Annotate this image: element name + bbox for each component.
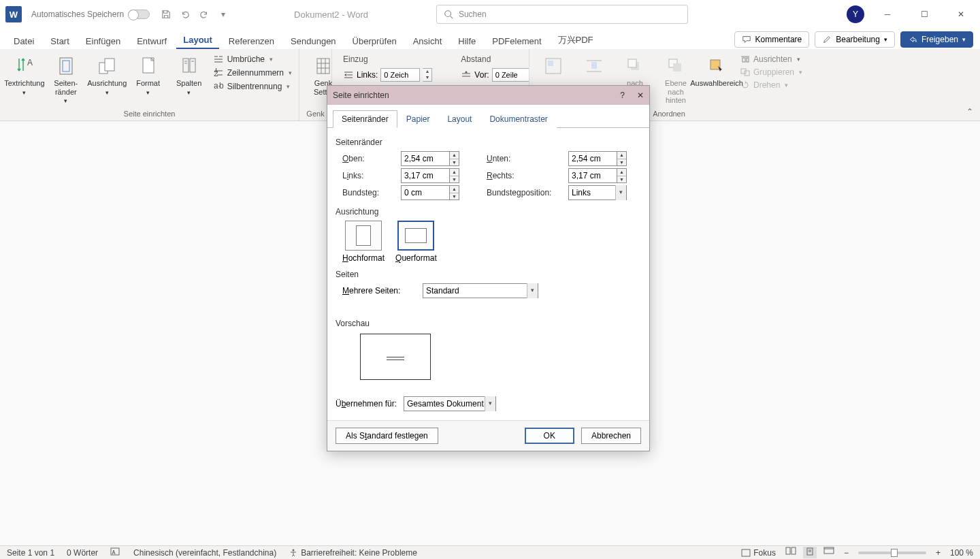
tab-layout[interactable]: Layout [176,32,219,49]
close-icon[interactable]: ✕ [637,91,644,100]
rotate-button[interactable]: Drehen▾ [740,80,802,90]
hyphenation-button[interactable]: a-bcSilbentrennung▾ [213,82,292,91]
zoom-in-button[interactable]: + [936,548,941,558]
margins-button[interactable]: Seiten- ränder▾ [49,53,83,106]
status-words[interactable]: 0 Wörter [67,548,98,558]
zoom-out-button[interactable]: − [844,548,849,558]
close-window-button[interactable]: ✕ [947,5,975,24]
help-icon[interactable]: ? [620,91,625,100]
svg-rect-46 [742,549,750,556]
view-read-icon[interactable] [785,547,796,558]
tab-ueberpruefen[interactable]: Überprüfen [346,33,404,49]
user-avatar[interactable]: Y [847,5,864,23]
text-direction-button[interactable]: ATextrichtung▾ [7,53,42,97]
tab-entwurf[interactable]: Entwurf [130,33,174,49]
maximize-button[interactable]: ☐ [911,5,938,24]
svg-rect-19 [317,59,329,74]
input-bottom[interactable] [568,151,617,166]
label-apply-to: Übernehmen für: [336,399,404,409]
line-numbers-button[interactable]: 12Zeilennummern▾ [213,68,292,78]
selection-pane-button[interactable]: Auswahlbereich [700,53,734,89]
input-left[interactable] [401,168,450,183]
orientation-portrait[interactable]: Hochformat [342,221,385,263]
status-page[interactable]: Seite 1 von 1 [7,548,54,558]
status-accessibility[interactable]: Barrierefreiheit: Keine Probleme [289,548,417,558]
input-top[interactable] [401,151,450,166]
indent-left-spinner[interactable]: ▲▼ [423,68,432,82]
input-gutter[interactable] [401,185,450,200]
select-multi-pages[interactable]: Standard▾ [423,283,538,298]
undo-icon[interactable] [178,7,192,21]
status-language[interactable]: Chinesisch (vereinfacht, Festlandchina) [133,548,276,558]
label-multi-pages: Mehrere Seiten: [342,286,423,296]
svg-rect-30 [548,61,553,66]
tab-sendungen[interactable]: Sendungen [284,33,343,49]
align-button[interactable]: Ausrichten▾ [740,54,802,64]
label-right: Rechts: [487,171,568,180]
tab-pdfelement[interactable]: PDFelement [485,33,548,49]
tab-einfuegen[interactable]: Einfügen [79,33,127,49]
tab-hilfe[interactable]: Hilfe [451,33,483,49]
set-default-button[interactable]: Als Standard festlegen [336,428,438,444]
search-placeholder: Suchen [459,10,487,19]
indent-left-input[interactable] [380,68,420,82]
zoom-level[interactable]: 100 % [950,548,973,558]
comment-icon [742,35,751,44]
toggle-switch-icon[interactable] [128,10,150,19]
send-backward-button[interactable]: Ebene nach hinten [659,53,693,106]
view-web-icon[interactable] [823,547,834,558]
view-print-icon[interactable] [803,547,817,558]
orientation-landscape[interactable]: Querformat [395,221,437,263]
redo-icon[interactable] [197,7,211,21]
input-right[interactable] [568,168,617,183]
minimize-button[interactable]: ─ [874,5,901,24]
cancel-button[interactable]: Abbrechen [581,428,641,444]
save-icon[interactable] [159,7,173,21]
group-button[interactable]: Gruppieren▾ [740,67,802,77]
hyphenation-icon: a-bc [213,82,224,91]
dialog-tabs: Seitenränder Papier Layout Dokumentraste… [327,105,649,128]
select-gutter-pos[interactable]: Links▾ [568,185,627,200]
focus-mode[interactable]: Fokus [741,548,776,558]
wrap-text-button[interactable] [577,53,611,79]
spin-bottom[interactable]: ▲▼ [617,151,627,166]
autosave-toggle[interactable]: Automatisches Speichern [31,10,150,19]
search-input[interactable]: Suchen [436,5,688,24]
dlg-tab-layout[interactable]: Layout [438,110,480,128]
tab-wanxing[interactable]: 万兴PDF [551,31,600,49]
breaks-button[interactable]: Umbrüche▾ [213,54,292,64]
dialog-titlebar[interactable]: Seite einrichten ? ✕ [327,86,649,105]
svg-rect-4 [63,61,69,71]
qat-dropdown-icon[interactable]: ▾ [216,7,230,21]
search-icon [444,10,453,19]
tab-referenzen[interactable]: Referenzen [222,33,281,49]
dlg-tab-grid[interactable]: Dokumentraster [480,110,556,128]
svg-rect-47 [786,547,790,554]
svg-text:2: 2 [214,69,218,78]
dlg-tab-paper[interactable]: Papier [397,110,439,128]
select-apply-to[interactable]: Gesamtes Dokument▾ [404,396,496,411]
columns-button[interactable]: Spalten▾ [172,53,206,97]
share-button[interactable]: Freigeben▾ [900,31,973,48]
line-numbers-icon: 12 [213,68,224,78]
comments-button[interactable]: Kommentare [734,31,810,48]
zoom-slider[interactable] [858,552,926,554]
position-button[interactable] [536,53,570,79]
bring-forward-button[interactable]: nach [618,53,652,89]
status-spellcheck-icon[interactable] [110,547,121,558]
editing-mode-button[interactable]: Bearbeitung▾ [815,31,895,48]
dlg-tab-margins[interactable]: Seitenränder [333,110,397,128]
size-button[interactable]: Format▾ [131,53,165,97]
orientation-button[interactable]: Ausrichtung▾ [90,53,125,97]
spin-gutter[interactable]: ▲▼ [450,185,459,200]
tab-datei[interactable]: Datei [7,33,41,49]
collapse-ribbon-icon[interactable]: ⌃ [966,107,973,116]
spin-right[interactable]: ▲▼ [617,168,627,183]
spacing-before-input[interactable] [492,68,529,82]
label-bottom: Unten: [487,154,568,163]
ok-button[interactable]: OK [525,428,574,444]
tab-start[interactable]: Start [44,33,76,49]
spin-left[interactable]: ▲▼ [450,168,459,183]
spin-top[interactable]: ▲▼ [450,151,459,166]
tab-ansicht[interactable]: Ansicht [406,33,449,49]
